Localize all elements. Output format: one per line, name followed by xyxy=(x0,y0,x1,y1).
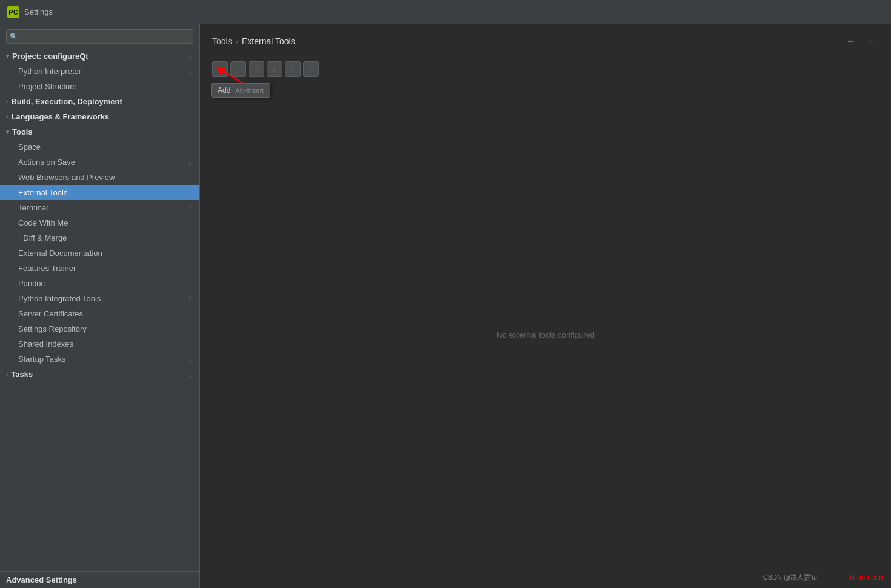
move-down-button[interactable]: ▼ xyxy=(285,61,301,77)
sidebar-item-label: Startup Tasks xyxy=(18,355,187,364)
sidebar-item-project[interactable]: Project: configureQt □ xyxy=(0,48,199,64)
sidebar-item-label: Pandoc xyxy=(18,279,193,288)
chevron-tools xyxy=(6,129,9,135)
edit-button[interactable]: ✎ xyxy=(249,61,264,77)
tooltip-label: Add xyxy=(218,86,230,95)
title-bar: PC Settings xyxy=(0,0,891,24)
chevron-languages xyxy=(6,113,8,120)
breadcrumb-parent[interactable]: Tools xyxy=(212,36,232,46)
sidebar-badge: □ xyxy=(189,53,193,60)
sidebar-item-python-interpreter[interactable]: Python Interpreter □ xyxy=(0,64,199,79)
sidebar-item-shared-indexes[interactable]: Shared Indexes xyxy=(0,336,199,352)
up-icon: ▲ xyxy=(271,65,279,74)
sidebar-item-actions-on-save[interactable]: Actions on Save □ xyxy=(0,155,199,170)
watermark: Yuuen.com xyxy=(849,573,885,582)
sidebar-item-label: External Tools xyxy=(18,188,193,197)
sidebar-item-external-documentation[interactable]: External Documentation xyxy=(0,246,199,261)
sidebar-item-project-structure[interactable]: Project Structure □ xyxy=(0,79,199,94)
sidebar-item-label: Web Browsers and Preview xyxy=(18,173,193,182)
sidebar-item-external-tools[interactable]: External Tools xyxy=(0,185,199,200)
sidebar-item-label: Project: configureQt xyxy=(12,52,187,61)
move-up-button[interactable]: ▲ xyxy=(267,61,282,77)
sidebar-item-server-certificates[interactable]: Server Certificates xyxy=(0,306,199,321)
window-title: Settings xyxy=(24,7,53,16)
nav-controls: ← − xyxy=(843,33,879,50)
chevron-diff xyxy=(18,235,20,241)
sidebar-item-features-trainer[interactable]: Features Trainer xyxy=(0,261,199,276)
copy-icon: ⧉ xyxy=(309,64,314,74)
minimize-button[interactable]: − xyxy=(862,33,879,50)
empty-state-text: No external tools configured xyxy=(496,330,595,339)
sidebar-badge: □ xyxy=(189,159,193,166)
sidebar-item-label: Project Structure xyxy=(18,82,187,91)
copy-button[interactable]: ⧉ xyxy=(303,61,319,77)
search-icon: 🔍 xyxy=(10,33,18,41)
toolbar: + − ✎ ▲ ▼ ⧉ xyxy=(200,56,891,82)
sidebar-item-label: Code With Me xyxy=(18,218,193,227)
sidebar-badge: □ xyxy=(189,68,193,75)
search-input[interactable] xyxy=(6,29,193,44)
chevron-tasks xyxy=(6,371,8,378)
breadcrumb-current: External Tools xyxy=(242,36,295,46)
sidebar: 🔍 Project: configureQt □ Python Interpre… xyxy=(0,24,200,588)
sidebar-item-tools[interactable]: Tools xyxy=(0,124,199,139)
sidebar-item-label: Actions on Save xyxy=(18,158,187,167)
sidebar-badge: □ xyxy=(189,371,193,378)
sidebar-badge: □ xyxy=(189,83,193,90)
sidebar-item-label: Features Trainer xyxy=(18,264,193,273)
tooltip-shortcut: Alt+Insert xyxy=(235,87,264,94)
add-tooltip: Add Alt+Insert xyxy=(211,83,270,98)
sidebar-item-diff-merge[interactable]: Diff & Merge xyxy=(0,230,199,246)
sidebar-item-pandoc[interactable]: Pandoc xyxy=(0,276,199,291)
sidebar-item-label: Tasks xyxy=(11,370,187,379)
sidebar-item-label: Tools xyxy=(12,127,193,136)
sidebar-item-label: Python Interpreter xyxy=(18,67,187,76)
app-icon: PC xyxy=(7,6,19,18)
red-arrow-svg xyxy=(219,67,249,85)
sidebar-item-code-with-me[interactable]: Code With Me xyxy=(0,215,199,230)
sidebar-item-label: Server Certificates xyxy=(18,309,193,318)
csdn-badge: CSDN @路人贾'ω' xyxy=(763,573,818,582)
sidebar-badge: □ xyxy=(189,295,193,302)
sidebar-item-web-browsers[interactable]: Web Browsers and Preview xyxy=(0,170,199,185)
edit-icon: ✎ xyxy=(253,65,260,74)
advanced-settings-label: Advanced Settings xyxy=(6,575,77,584)
search-bar: 🔍 xyxy=(0,24,199,48)
sidebar-item-label: Python Integrated Tools xyxy=(18,294,187,303)
chevron-build xyxy=(6,98,8,105)
sidebar-item-build-execution[interactable]: Build, Execution, Deployment xyxy=(0,94,199,109)
chevron-project xyxy=(6,53,9,59)
breadcrumb: Tools › External Tools ← − xyxy=(200,24,891,56)
sidebar-item-space[interactable]: Space xyxy=(0,139,199,155)
breadcrumb-separator: › xyxy=(236,37,238,46)
sidebar-item-languages[interactable]: Languages & Frameworks xyxy=(0,109,199,124)
sidebar-item-label: External Documentation xyxy=(18,249,193,258)
back-button[interactable]: ← xyxy=(843,33,859,50)
sidebar-item-label: Space xyxy=(18,142,193,152)
sidebar-item-settings-repository[interactable]: Settings Repository xyxy=(0,321,199,336)
sidebar-item-label: Build, Execution, Deployment xyxy=(11,97,193,106)
sidebar-badge: □ xyxy=(189,356,193,363)
sidebar-item-python-integrated-tools[interactable]: Python Integrated Tools □ xyxy=(0,291,199,306)
sidebar-item-label: Diff & Merge xyxy=(23,233,193,242)
sidebar-item-label: Terminal xyxy=(18,203,187,212)
sidebar-badge: □ xyxy=(189,204,193,212)
down-icon: ▼ xyxy=(289,65,297,74)
main-container: 🔍 Project: configureQt □ Python Interpre… xyxy=(0,24,891,588)
sidebar-item-terminal[interactable]: Terminal □ xyxy=(0,200,199,215)
sidebar-item-label: Settings Repository xyxy=(18,324,193,333)
sidebar-item-label: Languages & Frameworks xyxy=(11,112,193,121)
sidebar-item-label: Shared Indexes xyxy=(18,339,193,349)
sidebar-item-tasks[interactable]: Tasks □ xyxy=(0,367,199,382)
content-area: Tools › External Tools ← − + − ✎ ▲ ▼ xyxy=(200,24,891,588)
sidebar-advanced-settings[interactable]: Advanced Settings xyxy=(0,571,199,588)
sidebar-scroll[interactable]: Project: configureQt □ Python Interprete… xyxy=(0,48,199,571)
sidebar-item-startup-tasks[interactable]: Startup Tasks □ xyxy=(0,352,199,367)
empty-state: No external tools configured xyxy=(200,82,891,588)
